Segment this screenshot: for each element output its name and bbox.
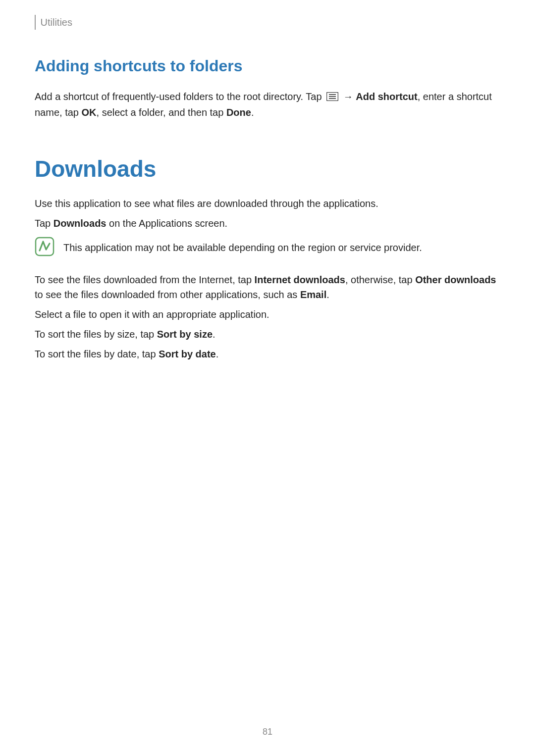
text: to see the files downloaded from other a… [35,289,300,300]
text-bold: Email [300,289,326,300]
text: . [216,349,219,359]
text-bold: Done [226,107,251,118]
para-sort-date: To sort the files by date, tap Sort by d… [35,347,500,361]
text: . [326,289,329,300]
note-icon [35,237,54,258]
text: . [213,329,215,340]
para-sort-size: To sort the files by size, tap Sort by s… [35,327,500,342]
note-row: This application may not be available de… [35,237,500,258]
note-text: This application may not be available de… [63,240,422,255]
header-divider [35,15,36,30]
text: on the Applications screen. [106,218,227,229]
page-number: 81 [0,727,535,737]
heading-adding-shortcuts: Adding shortcuts to folders [35,57,500,75]
page-header: Utilities [35,15,500,30]
para-internet-downloads: To see the files downloaded from the Int… [35,272,500,302]
text: Tap [35,218,54,229]
para-tap-downloads: Tap Downloads on the Applications screen… [35,216,500,231]
text: → [340,91,356,102]
para-select-file: Select a file to open it with an appropr… [35,307,500,322]
text-bold: Internet downloads [255,274,345,285]
text-bold: OK [82,107,97,118]
heading-downloads: Downloads [35,155,500,182]
text-bold: Downloads [54,218,107,229]
text-bold: Sort by size [157,329,213,340]
para-add-shortcut: Add a shortcut of frequently-used folder… [35,89,500,120]
text: Add a shortcut of frequently-used folder… [35,91,324,102]
section-label: Utilities [41,17,72,28]
text: To sort the files by size, tap [35,329,157,340]
menu-icon [326,90,338,105]
text-bold: Other downloads [415,274,496,285]
text-bold: Sort by date [159,349,216,359]
para-downloads-intro: Use this application to see what files a… [35,196,500,211]
text: , otherwise, tap [345,274,415,285]
text: To sort the files by date, tap [35,349,159,359]
text-bold: Add shortcut [356,91,417,102]
text: , select a folder, and then tap [97,107,226,118]
text: . [251,107,254,118]
text: To see the files downloaded from the Int… [35,274,255,285]
